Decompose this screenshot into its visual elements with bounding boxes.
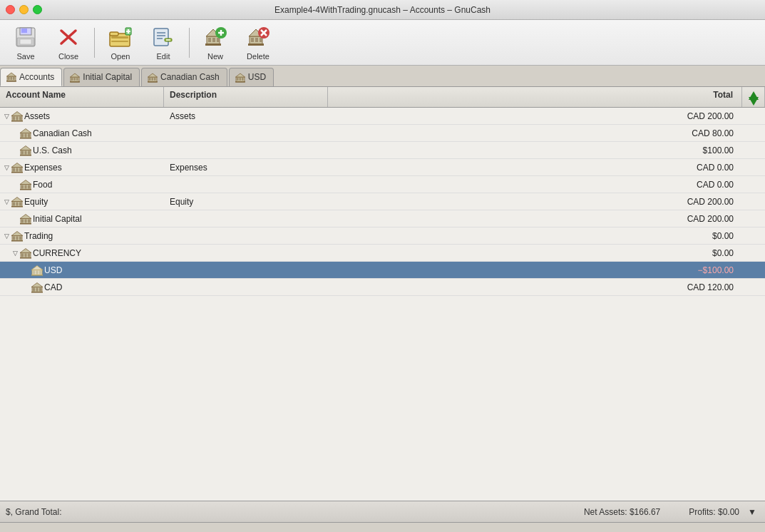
sort-button[interactable] bbox=[742, 87, 765, 107]
svg-rect-55 bbox=[148, 81, 158, 83]
expand-icon[interactable]: ▽ bbox=[11, 250, 19, 257]
svg-rect-41 bbox=[13, 77, 15, 80]
account-name: Initial Capital bbox=[33, 214, 82, 224]
col-description[interactable]: Description bbox=[164, 87, 328, 107]
svg-marker-63 bbox=[749, 97, 759, 106]
account-name: USD bbox=[44, 265, 62, 275]
account-name: CAD bbox=[44, 282, 62, 292]
svg-rect-105 bbox=[20, 223, 31, 225]
tab-usd[interactable]: USD bbox=[229, 68, 274, 86]
account-name-cell: ▽ Equity bbox=[0, 194, 164, 210]
svg-rect-58 bbox=[239, 78, 241, 81]
close-button[interactable]: Close bbox=[48, 24, 88, 62]
table-row[interactable]: Canadian Cash CAD 80.00 bbox=[0, 125, 765, 142]
svg-rect-8 bbox=[110, 32, 118, 36]
account-description bbox=[164, 131, 328, 135]
tab-accounts[interactable]: Accounts bbox=[0, 68, 62, 86]
account-description bbox=[164, 148, 328, 153]
tabs-bar: Accounts Initial Capital Canadian Cash bbox=[0, 66, 765, 87]
svg-marker-116 bbox=[20, 248, 31, 252]
account-total: CAD 200.00 bbox=[328, 212, 742, 226]
svg-rect-21 bbox=[208, 38, 211, 42]
svg-rect-99 bbox=[11, 206, 23, 208]
svg-marker-48 bbox=[71, 73, 80, 77]
account-description bbox=[164, 183, 328, 187]
table-row-selected[interactable]: USD −$100.00 bbox=[0, 262, 765, 279]
svg-rect-84 bbox=[16, 168, 19, 171]
window-controls bbox=[6, 5, 42, 14]
svg-rect-22 bbox=[212, 38, 215, 42]
svg-rect-121 bbox=[39, 270, 41, 274]
account-name: U.S. Cash bbox=[33, 145, 72, 155]
table-row[interactable]: Initial Capital CAD 200.00 bbox=[0, 210, 765, 227]
svg-rect-75 bbox=[20, 138, 31, 139]
horizontal-scrollbar[interactable] bbox=[0, 522, 765, 532]
edit-button[interactable]: Edit bbox=[143, 24, 183, 62]
tab-canadian-cash-label: Canadian Cash bbox=[160, 72, 220, 82]
svg-rect-126 bbox=[36, 287, 38, 291]
svg-marker-68 bbox=[11, 111, 23, 116]
tab-canadian-cash[interactable]: Canadian Cash bbox=[141, 68, 227, 86]
expand-icon[interactable]: ▽ bbox=[3, 198, 10, 205]
svg-rect-66 bbox=[16, 116, 19, 120]
table-row[interactable]: Food CAD 0.00 bbox=[0, 176, 765, 193]
svg-rect-32 bbox=[260, 38, 262, 42]
table-row[interactable]: CAD CAD 120.00 bbox=[0, 279, 765, 296]
account-name-cell: U.S. Cash bbox=[0, 143, 164, 158]
svg-rect-69 bbox=[11, 121, 23, 122]
account-icon bbox=[20, 179, 31, 190]
expand-icon[interactable]: ▽ bbox=[3, 164, 10, 171]
titlebar: Example4-4WithTrading.gnucash – Accounts… bbox=[0, 0, 765, 20]
tab-usd-label: USD bbox=[248, 72, 266, 82]
account-name: Equity bbox=[24, 197, 48, 207]
account-description bbox=[164, 251, 328, 255]
account-total: CAD 200.00 bbox=[328, 195, 742, 209]
account-icon bbox=[31, 282, 43, 293]
tab-initial-capital[interactable]: Initial Capital bbox=[63, 68, 140, 86]
maximize-window-button[interactable] bbox=[33, 5, 42, 14]
account-icon bbox=[20, 213, 31, 225]
table-row[interactable]: ▽ Expenses Expenses CAD 0.00 bbox=[0, 159, 765, 176]
account-name: Trading bbox=[24, 231, 53, 241]
expand-icon[interactable]: ▽ bbox=[3, 113, 10, 120]
col-account-name[interactable]: Account Name bbox=[0, 87, 164, 107]
open-label: Open bbox=[111, 52, 130, 61]
save-button[interactable]: Save bbox=[6, 24, 46, 62]
tab-initial-capital-label: Initial Capital bbox=[83, 72, 132, 82]
table-row[interactable]: ▽ Equity Equity CAD 200.00 bbox=[0, 193, 765, 210]
net-assets-label: Net Assets: $166.67 bbox=[584, 507, 660, 517]
svg-rect-31 bbox=[255, 38, 258, 42]
account-icon bbox=[11, 230, 23, 242]
new-button[interactable]: New bbox=[195, 24, 235, 62]
svg-marker-104 bbox=[20, 214, 31, 218]
account-total: $0.00 bbox=[328, 246, 742, 260]
delete-button[interactable]: Delete bbox=[238, 24, 278, 62]
svg-rect-101 bbox=[21, 219, 24, 222]
account-icon bbox=[20, 145, 31, 156]
account-total: CAD 80.00 bbox=[328, 126, 742, 140]
table-row[interactable]: ▽ CURRENCY $0.00 bbox=[0, 245, 765, 262]
statusbar-dropdown-icon[interactable]: ▼ bbox=[745, 507, 759, 517]
svg-rect-120 bbox=[36, 270, 38, 274]
col-total[interactable]: Total bbox=[328, 87, 742, 107]
svg-rect-9 bbox=[111, 36, 128, 39]
svg-rect-25 bbox=[205, 44, 221, 46]
svg-marker-60 bbox=[235, 73, 245, 77]
account-description: Assets bbox=[164, 109, 328, 123]
close-window-button[interactable] bbox=[6, 5, 15, 14]
expand-icon[interactable]: ▽ bbox=[3, 232, 10, 240]
svg-marker-54 bbox=[148, 73, 158, 77]
delete-label: Delete bbox=[247, 52, 269, 61]
account-name-cell: ▽ Assets bbox=[0, 108, 164, 124]
account-name: Assets bbox=[24, 111, 50, 121]
account-total: CAD 0.00 bbox=[328, 178, 742, 192]
table-row[interactable]: ▽ Trading $0.00 bbox=[0, 227, 765, 245]
account-icon bbox=[11, 111, 23, 122]
table-row[interactable]: U.S. Cash $100.00 bbox=[0, 142, 765, 159]
table-row[interactable]: ▽ Assets Assets CAD 200.00 bbox=[0, 108, 765, 125]
account-icon bbox=[20, 128, 31, 139]
minimize-window-button[interactable] bbox=[19, 5, 29, 14]
account-name-cell: USD bbox=[0, 262, 164, 278]
open-button[interactable]: Open bbox=[101, 24, 140, 62]
svg-rect-127 bbox=[39, 287, 41, 291]
